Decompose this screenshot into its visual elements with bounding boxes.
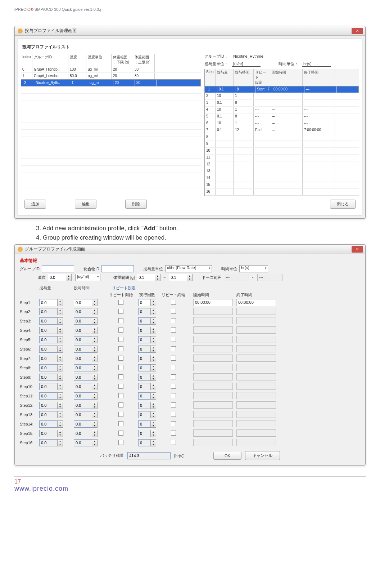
repeat-end-checkbox[interactable] (171, 318, 176, 323)
repeat-count-input[interactable] (138, 439, 150, 446)
spinner-icon[interactable]: ▴▾ (92, 430, 98, 437)
spinner-icon[interactable]: ▴▾ (57, 308, 63, 315)
ok-button[interactable]: OK (213, 452, 241, 460)
spinner-icon[interactable]: ▴▾ (150, 364, 156, 371)
repeat-start-checkbox[interactable] (118, 365, 123, 370)
dose-input[interactable] (39, 308, 57, 315)
time-input[interactable] (74, 336, 92, 343)
repeat-count-input[interactable] (138, 430, 150, 437)
repeat-start-checkbox[interactable] (118, 393, 123, 398)
step-row[interactable]: 10.18Start : 700:00:00--- (205, 86, 359, 93)
repeat-end-checkbox[interactable] (171, 421, 176, 426)
repeat-end-checkbox[interactable] (171, 328, 176, 333)
spinner-icon[interactable]: ▴▾ (150, 317, 156, 325)
timeunit-select[interactable]: hr(s) (239, 265, 268, 272)
time-input[interactable] (74, 411, 92, 418)
time-input[interactable] (74, 392, 92, 400)
repeat-start-checkbox[interactable] (118, 300, 123, 305)
repeat-count-input[interactable] (138, 420, 150, 428)
spinner-icon[interactable]: ▴▾ (150, 355, 156, 362)
spinner-icon[interactable]: ▴▾ (92, 402, 98, 409)
delete-button[interactable]: 削除 (125, 200, 147, 209)
repeat-end-checkbox[interactable] (171, 300, 176, 305)
spinner-icon[interactable]: ▴▾ (57, 299, 63, 306)
repeat-count-input[interactable] (138, 299, 150, 306)
repeat-start-checkbox[interactable] (118, 318, 123, 323)
close-button[interactable]: 閉じる (330, 200, 356, 209)
spinner-icon[interactable]: ▴▾ (57, 383, 63, 390)
repeat-end-checkbox[interactable] (171, 365, 176, 370)
spinner-icon[interactable]: ▴▾ (92, 346, 98, 353)
spinner-icon[interactable]: ▴▾ (66, 274, 72, 281)
spinner-icon[interactable]: ▴▾ (92, 317, 98, 325)
dose-input[interactable] (39, 299, 57, 306)
repeat-start-checkbox[interactable] (118, 431, 123, 436)
repeat-start-checkbox[interactable] (118, 328, 123, 333)
repeat-count-input[interactable] (138, 327, 150, 334)
doseunit-select[interactable]: ul/hr (Flow Rate) (165, 265, 212, 272)
spinner-icon[interactable]: ▴▾ (57, 430, 63, 437)
repeat-count-input[interactable] (138, 402, 150, 409)
spinner-icon[interactable]: ▴▾ (150, 383, 156, 390)
repeat-end-checkbox[interactable] (171, 337, 176, 342)
spinner-icon[interactable]: ▴▾ (92, 299, 98, 306)
edit-button[interactable]: 編集 (75, 200, 96, 209)
concunit-select[interactable]: [ug/ml] (75, 274, 100, 281)
bw-low-input[interactable] (137, 274, 155, 281)
spinner-icon[interactable]: ▴▾ (150, 346, 156, 353)
dose-input[interactable] (39, 402, 57, 409)
time-input[interactable] (74, 402, 92, 409)
repeat-count-input[interactable] (138, 336, 150, 343)
repeat-end-checkbox[interactable] (171, 431, 176, 436)
spinner-icon[interactable]: ▴▾ (92, 383, 98, 390)
spinner-icon[interactable]: ▴▾ (57, 374, 63, 381)
spinner-icon[interactable]: ▴▾ (92, 411, 98, 418)
repeat-count-input[interactable] (138, 308, 150, 315)
spinner-icon[interactable]: ▴▾ (92, 308, 98, 315)
time-input[interactable] (74, 355, 92, 362)
add-button[interactable]: 追加 (24, 200, 46, 209)
dose-input[interactable] (39, 327, 57, 334)
time-input[interactable] (74, 439, 92, 446)
repeat-start-checkbox[interactable] (118, 346, 123, 351)
repeat-end-checkbox[interactable] (171, 412, 176, 417)
repeat-start-checkbox[interactable] (118, 412, 123, 417)
dose-input[interactable] (39, 392, 57, 400)
spinner-icon[interactable]: ▴▾ (92, 420, 98, 428)
spinner-icon[interactable]: ▴▾ (57, 355, 63, 362)
spinner-icon[interactable]: ▴▾ (57, 336, 63, 343)
spinner-icon[interactable]: ▴▾ (57, 317, 63, 325)
spinner-icon[interactable]: ▴▾ (150, 299, 156, 306)
spinner-icon[interactable]: ▴▾ (57, 402, 63, 409)
time-input[interactable] (74, 364, 92, 371)
spinner-icon[interactable]: ▴▾ (150, 308, 156, 315)
repeat-start-checkbox[interactable] (118, 421, 123, 426)
repeat-start-checkbox[interactable] (118, 402, 123, 407)
table-row[interactable]: 1GrupA_Lowdo..50.0ug_ml2030 (21, 73, 201, 79)
spinner-icon[interactable]: ▴▾ (92, 327, 98, 334)
spinner-icon[interactable]: ▴▾ (92, 439, 98, 446)
repeat-count-input[interactable] (138, 392, 150, 400)
repeat-start-checkbox[interactable] (118, 356, 123, 361)
time-input[interactable] (74, 308, 92, 315)
spinner-icon[interactable]: ▴▾ (92, 336, 98, 343)
dose-input[interactable] (39, 411, 57, 418)
spinner-icon[interactable]: ▴▾ (57, 346, 63, 353)
dose-input[interactable] (39, 383, 57, 390)
spinner-icon[interactable]: ▴▾ (57, 364, 63, 371)
groupid-input[interactable] (42, 265, 74, 272)
spinner-icon[interactable]: ▴▾ (150, 392, 156, 400)
bw-high-input[interactable] (169, 274, 187, 281)
time-input[interactable] (74, 346, 92, 353)
repeat-end-checkbox[interactable] (171, 402, 176, 407)
repeat-count-input[interactable] (138, 346, 150, 353)
spinner-icon[interactable]: ▴▾ (57, 327, 63, 334)
compound-input[interactable] (101, 265, 134, 272)
repeat-end-checkbox[interactable] (171, 346, 176, 351)
cancel-button[interactable]: キャンセル (245, 451, 280, 460)
spinner-icon[interactable]: ▴▾ (150, 402, 156, 409)
spinner-icon[interactable]: ▴▾ (92, 364, 98, 371)
spinner-icon[interactable]: ▴▾ (187, 274, 193, 281)
repeat-start-checkbox[interactable] (118, 384, 123, 389)
repeat-end-checkbox[interactable] (171, 309, 176, 314)
